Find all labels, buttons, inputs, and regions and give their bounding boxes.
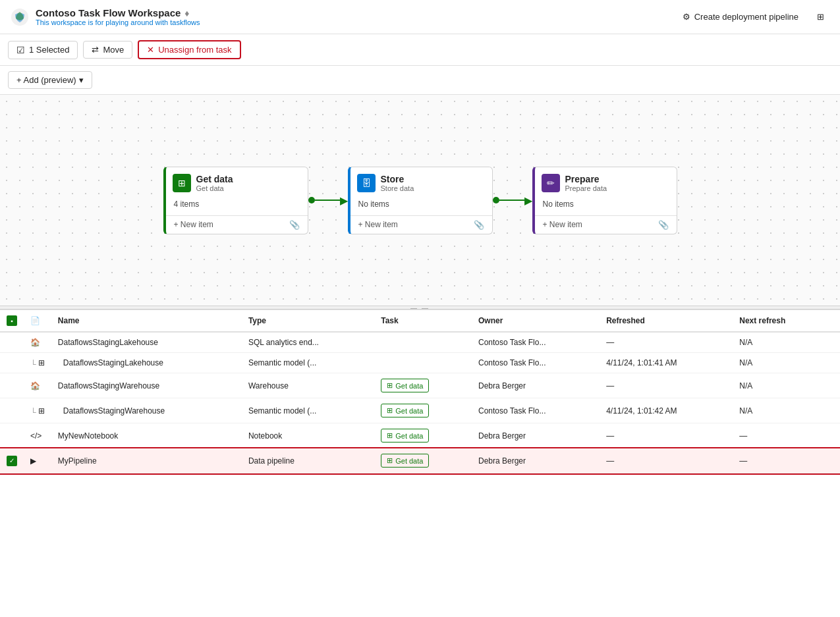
get-data-new-item[interactable]: + New item	[174, 220, 213, 229]
task-badge-row3: ⊞ Get data	[381, 379, 429, 392]
table-head: ▪ 📄 Name Type Task Owner Refreshed Next …	[0, 310, 840, 332]
connector-dot-1	[308, 197, 315, 203]
checkbox-icon: ☑	[16, 45, 25, 55]
row2-icon-cell: └ ⊞	[24, 353, 51, 373]
store-count: No items	[358, 200, 389, 209]
row4-type: Semantic model (...	[242, 398, 374, 423]
row2-extra	[827, 353, 840, 373]
get-data-body: 4 items	[166, 196, 308, 215]
tree-line-icon2: └	[30, 408, 36, 417]
th-task[interactable]: Task	[374, 310, 472, 332]
store-new-item[interactable]: + New item	[358, 220, 398, 229]
th-type-icon: 📄	[24, 310, 51, 332]
move-label: Move	[103, 45, 124, 55]
header-title-group: Contoso Task Flow Workspace ♦ This works…	[36, 7, 200, 26]
row5-checkbox-cell	[0, 423, 24, 448]
task-node-get-data[interactable]: ⊞ Get data Get data 4 items + New item	[163, 167, 308, 234]
th-type[interactable]: Type	[242, 310, 374, 332]
row1-icon-cell: 🏠	[24, 332, 51, 353]
table-row: ✓ ▶ MyPipeline Data pipeline ⊞ Get data	[0, 448, 840, 473]
store-footer: + New item 📎	[350, 215, 492, 234]
row6-icon-cell: ▶	[24, 448, 51, 473]
row2-checkbox-cell	[0, 353, 24, 373]
connector-2: ▶	[493, 194, 532, 207]
table-row: 🏠 DataflowsStagingLakehouse SQL analytic…	[0, 332, 840, 353]
row6-refreshed: —	[600, 448, 733, 473]
th-next-refresh[interactable]: Next refresh	[733, 310, 827, 332]
table-row: └ ⊞ DataflowsStagingLakehouse Semantic m…	[0, 353, 840, 373]
header-checkbox[interactable]: ▪	[7, 315, 17, 326]
attach-icon-3: 📎	[658, 220, 669, 230]
workspace-subtitle: This workspace is for playing around wit…	[36, 18, 200, 26]
row5-next: —	[733, 423, 827, 448]
store-title: Store	[381, 174, 414, 184]
pipeline-icon2: ▶	[30, 456, 36, 466]
th-refreshed[interactable]: Refreshed	[600, 310, 733, 332]
create-pipeline-button[interactable]: ⚙ Create deployment pipeline	[677, 9, 804, 24]
get-data-footer: + New item 📎	[166, 215, 308, 234]
prepare-title-group: Prepare Prepare data	[565, 174, 607, 192]
add-toolbar: + Add (preview) ▾	[0, 66, 840, 95]
store-new-item-label: + New item	[358, 220, 398, 229]
get-data-title: Get data	[196, 174, 233, 184]
selection-toolbar: ☑ 1 Selected ⇄ Move ✕ Unassign from task	[0, 34, 840, 66]
row6-checkbox-cell[interactable]: ✓	[0, 448, 24, 473]
row3-checkbox-cell	[0, 373, 24, 398]
table-row: └ ⊞ DataflowsStagingWarehouse Semantic m…	[0, 398, 840, 423]
prepare-title: Prepare	[565, 174, 607, 184]
store-subtitle: Store data	[381, 184, 414, 192]
row3-task: ⊞ Get data	[374, 373, 472, 398]
table-container[interactable]: ▪ 📄 Name Type Task Owner Refreshed Next …	[0, 310, 840, 617]
row5-owner: Debra Berger	[472, 423, 600, 448]
th-name[interactable]: Name	[51, 310, 242, 332]
add-button[interactable]: + Add (preview) ▾	[8, 71, 92, 89]
selected-button[interactable]: ☑ 1 Selected	[8, 41, 78, 59]
row1-task	[374, 332, 472, 353]
row1-refreshed: —	[600, 332, 733, 353]
task-node-get-data-header: ⊞ Get data Get data	[166, 167, 308, 196]
fabric-logo	[11, 8, 29, 26]
task-node-store[interactable]: 🗄 Store Store data No items + New item	[348, 167, 493, 234]
row1-type: SQL analytics end...	[242, 332, 374, 353]
lakehouse-icon: 🏠	[30, 338, 40, 347]
window-icon-button[interactable]: ⊞	[812, 9, 829, 24]
prepare-new-item[interactable]: + New item	[543, 220, 582, 229]
task-badge-icon: ⊞	[387, 381, 393, 390]
row1-owner: Contoso Task Flo...	[472, 332, 600, 353]
task-node-store-header: 🗄 Store Store data	[350, 167, 492, 196]
workspace-title: Contoso Task Flow Workspace ♦	[36, 7, 200, 18]
table-body: 🏠 DataflowsStagingLakehouse SQL analytic…	[0, 332, 840, 473]
canvas-area[interactable]: ⊞ Get data Get data 4 items + New item	[0, 95, 840, 306]
row1-checkbox-cell	[0, 332, 24, 353]
row5-refreshed: —	[600, 423, 733, 448]
th-owner[interactable]: Owner	[472, 310, 600, 332]
window-icon: ⊞	[817, 12, 824, 22]
th-checkbox: ▪	[0, 310, 24, 332]
task-node-prepare[interactable]: ✏ Prepare Prepare data No items + New it…	[532, 167, 677, 234]
task-badge-row6: ⊞ Get data	[381, 454, 429, 468]
row3-icon-cell: 🏠	[24, 373, 51, 398]
table-section: ▪ 📄 Name Type Task Owner Refreshed Next …	[0, 309, 840, 617]
unassign-button[interactable]: ✕ Unassign from task	[138, 40, 240, 59]
row4-extra	[827, 398, 840, 423]
row6-checkbox[interactable]: ✓	[7, 456, 17, 466]
page: Contoso Task Flow Workspace ♦ This works…	[0, 0, 840, 617]
row5-type: Notebook	[242, 423, 374, 448]
data-table: ▪ 📄 Name Type Task Owner Refreshed Next …	[0, 310, 840, 473]
row2-name: DataflowsStagingLakehouse	[51, 353, 242, 373]
row2-next: N/A	[733, 353, 827, 373]
get-data-title-group: Get data Get data	[196, 174, 233, 192]
workspace-title-text: Contoso Task Flow Workspace	[36, 7, 181, 18]
selected-label: 1 Selected	[29, 45, 69, 55]
store-title-group: Store Store data	[381, 174, 414, 192]
task-badge-icon2: ⊞	[387, 406, 393, 415]
connector-dot-2	[493, 197, 499, 203]
get-data-icon: ⊞	[173, 174, 191, 192]
tree-line-icon: └	[30, 360, 36, 369]
row5-name: MyNewNotebook	[51, 423, 242, 448]
attach-icon: 📎	[289, 220, 300, 230]
task-badge-row4: ⊞ Get data	[381, 404, 429, 417]
row6-owner: Debra Berger	[472, 448, 600, 473]
get-data-subtitle: Get data	[196, 184, 233, 192]
move-button[interactable]: ⇄ Move	[83, 41, 132, 59]
